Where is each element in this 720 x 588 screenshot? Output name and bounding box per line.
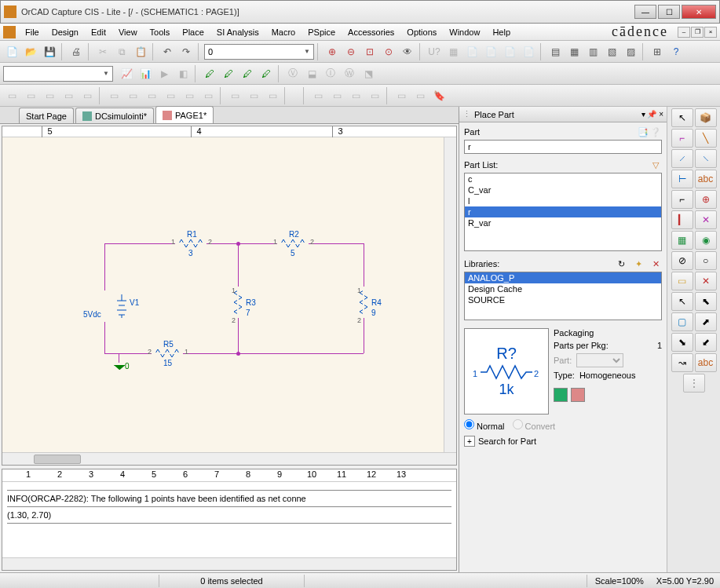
voltage-source-v1[interactable] [115,294,128,320]
pcb-icon[interactable] [554,388,568,402]
marker-v-icon[interactable]: Ⓥ [284,65,302,82]
menu-help[interactable]: Help [486,25,517,39]
t3-1-icon[interactable]: ▭ [3,87,20,104]
misc3-tool-icon[interactable]: ⋮ [683,374,705,393]
place-part-tool-icon[interactable]: 📦 [695,108,717,127]
bom-icon[interactable]: ▨ [622,43,639,60]
doc4-icon[interactable]: 📄 [520,43,537,60]
part-item-rvar[interactable]: R_var [465,217,661,228]
menu-file[interactable]: File [19,25,46,39]
menu-si-analysis[interactable]: SI Analysis [210,25,265,39]
tab-start-page[interactable]: Start Page [19,108,74,123]
menu-edit[interactable]: Edit [85,25,112,39]
marker-iv-icon[interactable]: ⬓ [303,65,320,82]
view-icon[interactable]: 👁 [399,43,416,60]
close-button[interactable]: ✕ [682,5,716,19]
doc3-icon[interactable]: 📄 [501,43,518,60]
sim-settings-icon[interactable]: 📈 [118,65,135,82]
line-tool-icon[interactable]: ▭ [671,272,693,290]
t3-9-icon[interactable]: ▭ [162,87,179,104]
t3-15-icon[interactable]: ▭ [309,87,327,104]
t3-11-icon[interactable]: ▭ [199,87,217,104]
text-tool-icon[interactable]: abc [695,170,717,188]
noconn-tool-icon[interactable]: ⊘ [671,251,693,270]
t3-16-icon[interactable]: ▭ [328,87,345,104]
t3-19-icon[interactable]: ▭ [393,87,410,104]
menu-pspice[interactable]: PSpice [302,25,342,39]
menu-design[interactable]: Design [46,25,85,39]
place-part-header[interactable]: ⋮ Place Part ▾ 📌 × [459,107,667,122]
tab-page1[interactable]: PAGE1* [155,106,214,123]
doc1-icon[interactable]: 📄 [463,43,481,60]
add-lib-icon[interactable]: ✦ [632,257,645,270]
expand-search-button[interactable]: + [464,436,475,447]
wire-tool-icon[interactable]: ⌐ [671,129,693,148]
lib-item-source[interactable]: SOURCE [465,294,661,305]
part-item-l[interactable]: l [465,195,661,206]
pcb2-icon[interactable] [571,388,585,402]
menu-accessories[interactable]: Accessories [342,25,400,39]
horizontal-scrollbar[interactable] [2,452,456,465]
netlist-icon[interactable]: ▥ [584,43,601,60]
pkgpart-select[interactable] [576,353,623,367]
t3-10-icon[interactable]: ▭ [181,87,198,104]
hier-tool-icon[interactable]: ▦ [671,231,693,250]
t3-7-icon[interactable]: ▭ [124,87,141,104]
zoom-area-icon[interactable]: ⊡ [361,43,378,60]
new-icon[interactable]: 📄 [3,43,20,60]
u-icon[interactable]: U? [426,43,443,60]
t3-14-icon[interactable]: ▭ [264,87,281,104]
libraries-list[interactable]: ANALOG_P Design Cache SOURCE [464,272,662,320]
part-item-r[interactable]: r [465,206,661,217]
power-tool-icon[interactable]: ▎ [671,210,693,229]
remove-lib-icon[interactable]: ✕ [649,257,662,270]
doc2-icon[interactable]: 📄 [482,43,499,60]
refresh-lib-icon[interactable]: ↻ [615,257,627,270]
copy-icon[interactable]: ⧉ [113,43,130,60]
filter-icon[interactable]: ▽ [649,159,662,171]
part-item-c[interactable]: c [465,173,661,184]
cut-icon[interactable]: ✂ [94,43,111,60]
zoom-fit-icon[interactable]: ⊙ [380,43,397,60]
t3-4-icon[interactable]: ▭ [60,87,77,104]
image-tool-icon[interactable]: ⬈ [695,312,717,331]
probe-v-icon[interactable]: 🖊 [201,65,218,82]
menu-options[interactable]: Options [400,25,443,39]
junction-tool-icon[interactable]: ⟍ [695,149,717,168]
snap-icon[interactable]: ⊞ [649,43,666,60]
delete-tool-icon[interactable]: ✕ [695,272,717,290]
menu-view[interactable]: View [112,25,144,39]
undo-icon[interactable]: ↶ [159,43,176,60]
ground-symbol[interactable] [114,362,125,371]
part-help-icon[interactable]: ❔ [649,126,662,138]
minimize-button[interactable]: — [634,5,656,19]
schematic-canvas[interactable]: V1 5Vdc R1 3 1 2 R2 5 1 2 [2,137,444,452]
panel-pin-icon[interactable]: ▾ 📌 × [641,110,663,119]
sim-profile-combo[interactable] [3,66,113,82]
doc-minimize-button[interactable]: – [678,27,690,38]
part-search-input[interactable] [464,140,662,154]
t3-12-icon[interactable]: ▭ [226,87,243,104]
redo-icon[interactable]: ↷ [177,43,195,60]
vertical-scrollbar[interactable] [444,137,456,452]
new-sim-icon[interactable]: 📊 [137,65,154,82]
lib-item-cache[interactable]: Design Cache [465,283,661,294]
menu-tools[interactable]: Tools [144,25,177,39]
port-tool-icon[interactable]: ⌐ [671,190,693,209]
menu-window[interactable]: Window [443,25,486,39]
maximize-button[interactable]: ☐ [658,5,680,19]
paste-icon[interactable]: 📋 [132,43,149,60]
marker-n-icon[interactable]: ⬔ [360,65,377,82]
pan-tool-icon[interactable]: ⬋ [695,333,717,352]
offpage-tool-icon[interactable]: ✕ [695,210,717,229]
hierpin-tool-icon[interactable]: ◉ [695,231,717,250]
tab-dcsimulointi[interactable]: DCsimulointi* [75,108,154,123]
crossref-icon[interactable]: ▧ [603,43,620,60]
lib-item-analog[interactable]: ANALOG_P [465,272,661,283]
radio-normal[interactable]: Normal [464,419,505,431]
select-tool-icon[interactable]: ↖ [671,108,693,127]
drc-icon[interactable]: ▦ [565,43,583,60]
marker-w-icon[interactable]: Ⓦ [341,65,358,82]
marker-i-icon[interactable]: Ⓘ [322,65,339,82]
help-icon[interactable]: ? [667,43,685,60]
